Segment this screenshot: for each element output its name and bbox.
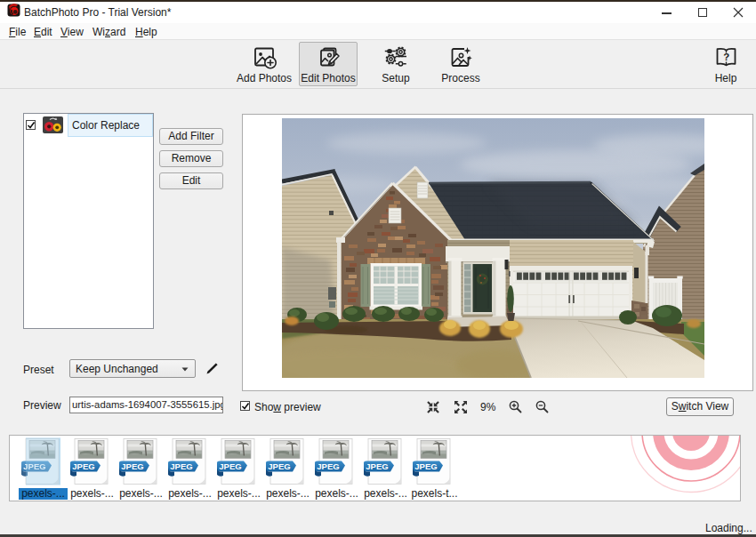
svg-text:pexels-...: pexels-... xyxy=(70,487,114,500)
svg-text:pexels-...: pexels-... xyxy=(217,487,261,500)
svg-text:pexels-...: pexels-... xyxy=(21,487,65,500)
svg-text:pexels-...: pexels-... xyxy=(119,487,163,500)
svg-text:pexels-...: pexels-... xyxy=(315,487,358,500)
svg-text:pexels-t...: pexels-t... xyxy=(411,487,457,500)
svg-text:pexels-...: pexels-... xyxy=(364,487,407,500)
svg-text:pexels-...: pexels-... xyxy=(266,487,310,500)
svg-text:?: ? xyxy=(723,52,729,62)
svg-text:pexels-...: pexels-... xyxy=(168,487,212,500)
